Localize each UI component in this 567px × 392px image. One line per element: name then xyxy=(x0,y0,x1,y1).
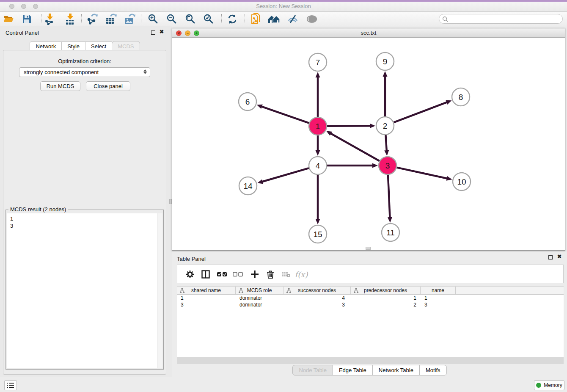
table-cell: dominator xyxy=(236,301,284,308)
svg-text:7: 7 xyxy=(316,58,320,67)
table-cell: 3 xyxy=(177,301,236,308)
table-cell: 1 xyxy=(177,295,236,301)
column-header-predecessor-nodes[interactable]: predecessor nodes xyxy=(351,287,421,294)
memory-status-icon xyxy=(536,383,541,388)
import-table-icon[interactable] xyxy=(63,13,77,25)
table-body: 1dominator4113dominator323 xyxy=(177,295,564,308)
mcds-result-title: MCDS result (2 nodes) xyxy=(8,206,68,213)
open-session-icon[interactable] xyxy=(2,13,16,25)
show-all-icon[interactable] xyxy=(305,13,319,25)
search-input[interactable] xyxy=(450,16,562,22)
network-resize-grip[interactable] xyxy=(366,247,371,250)
table-cell: 1 xyxy=(421,295,456,301)
table-row[interactable]: 1dominator411 xyxy=(177,295,564,301)
svg-text:8: 8 xyxy=(459,93,463,102)
tab-node-table[interactable]: Node Table xyxy=(292,365,333,375)
close-panel-icon[interactable]: ✖ xyxy=(160,29,164,35)
hide-selected-icon[interactable] xyxy=(286,13,300,25)
tab-edge-table[interactable]: Edge Table xyxy=(333,365,373,375)
deselect-all-checks-icon[interactable] xyxy=(232,269,243,280)
toolbar-separator xyxy=(81,14,82,24)
memory-button[interactable]: Memory xyxy=(534,380,564,390)
window-title: Session: New Session xyxy=(0,2,567,12)
column-header-successor-nodes[interactable]: successor nodes xyxy=(284,287,351,294)
network-window-title: scc.txt xyxy=(172,28,565,38)
optimization-criterion-label: Optimization criterion: xyxy=(3,58,166,64)
table-header-row: shared name MCDS role successor nodes pr… xyxy=(177,287,564,295)
toolbar-separator xyxy=(41,14,41,24)
close-panel-button[interactable]: Close panel xyxy=(86,81,130,91)
zoom-selected-icon[interactable] xyxy=(201,13,216,25)
toolbar-separator xyxy=(245,14,245,24)
mcds-result-box[interactable]: 1 3 xyxy=(7,213,162,368)
task-history-button[interactable] xyxy=(4,380,17,390)
column-type-icon xyxy=(180,288,184,293)
import-network-icon[interactable] xyxy=(42,13,57,25)
select-stepper-icon xyxy=(143,69,147,74)
result-scrollbar[interactable] xyxy=(157,213,162,368)
column-header-mcds-role[interactable]: MCDS role xyxy=(236,287,284,294)
control-panel: Control Panel ✖ Network Style Select MCD… xyxy=(0,26,169,377)
save-session-icon[interactable] xyxy=(19,13,34,25)
run-mcds-button[interactable]: Run MCDS xyxy=(40,81,80,91)
tab-network-table[interactable]: Network Table xyxy=(372,365,420,375)
application-window: Session: New Session xyxy=(0,0,567,392)
search-field[interactable] xyxy=(439,14,563,24)
network-from-selection-icon[interactable] xyxy=(249,13,263,25)
network-canvas[interactable]: 7968124314101511 xyxy=(172,38,565,250)
svg-text:3: 3 xyxy=(385,161,390,170)
svg-text:6: 6 xyxy=(245,97,250,106)
zoom-fit-icon[interactable] xyxy=(183,13,198,25)
mcds-panel: Optimization criterion: strongly connect… xyxy=(3,50,166,375)
memory-label: Memory xyxy=(544,382,562,388)
home-view-icon[interactable] xyxy=(267,13,281,25)
zoom-in-icon[interactable] xyxy=(146,13,160,25)
delete-row-trash-icon[interactable] xyxy=(265,269,276,280)
float-panel-icon[interactable] xyxy=(151,30,155,35)
float-table-panel-icon[interactable] xyxy=(548,255,553,259)
node-table[interactable]: shared name MCDS role successor nodes pr… xyxy=(177,286,564,357)
network-window-titlebar[interactable]: ✕ − + scc.txt xyxy=(172,28,565,38)
export-network-icon[interactable] xyxy=(85,13,99,25)
table-row[interactable]: 3dominator323 xyxy=(177,301,564,308)
svg-text:1: 1 xyxy=(316,122,320,131)
show-column-panel-icon[interactable] xyxy=(200,269,211,280)
tab-motifs[interactable]: Motifs xyxy=(419,365,447,375)
close-table-panel-icon[interactable]: ✖ xyxy=(557,254,561,259)
control-panel-header: Control Panel ✖ xyxy=(0,26,169,39)
export-table-icon[interactable] xyxy=(104,13,118,25)
network-canvas-svg: 7968124314101511 xyxy=(172,38,565,250)
add-row-icon[interactable] xyxy=(249,269,260,280)
select-all-checks-icon[interactable] xyxy=(217,269,228,280)
table-cell: 4 xyxy=(284,295,351,301)
delete-table-icon[interactable] xyxy=(281,269,292,280)
criterion-select[interactable]: strongly connected component xyxy=(19,67,150,77)
svg-text:11: 11 xyxy=(386,228,395,237)
toolbar-separator xyxy=(141,14,141,24)
table-panel-title: Table Panel xyxy=(177,256,206,262)
table-cell: 2 xyxy=(351,301,421,308)
table-toolbar: f(x) xyxy=(177,265,564,283)
column-type-icon xyxy=(286,288,291,293)
settings-gear-icon[interactable] xyxy=(184,269,195,280)
export-image-icon[interactable] xyxy=(122,13,137,25)
column-header-shared-name[interactable]: shared name xyxy=(177,287,236,294)
column-type-icon xyxy=(354,288,358,293)
list-icon xyxy=(7,382,14,388)
status-bar: Memory xyxy=(0,377,567,392)
table-cell: 3 xyxy=(421,301,456,308)
network-window: ✕ − + scc.txt 7968124314101511 xyxy=(172,28,565,251)
column-header-name[interactable]: name xyxy=(421,287,456,294)
svg-text:4: 4 xyxy=(316,161,320,170)
titlebar: Session: New Session xyxy=(0,0,567,12)
mcds-result-group: MCDS result (2 nodes) 1 3 xyxy=(6,210,164,370)
svg-text:9: 9 xyxy=(383,57,388,66)
zoom-out-icon[interactable] xyxy=(165,13,179,25)
svg-text:2: 2 xyxy=(383,121,388,130)
svg-text:10: 10 xyxy=(457,177,466,186)
refresh-layout-icon[interactable] xyxy=(225,13,239,25)
svg-text:15: 15 xyxy=(313,230,322,239)
function-builder-icon[interactable]: f(x) xyxy=(296,269,307,280)
toolbar-separator xyxy=(221,14,222,24)
search-icon xyxy=(442,16,448,22)
